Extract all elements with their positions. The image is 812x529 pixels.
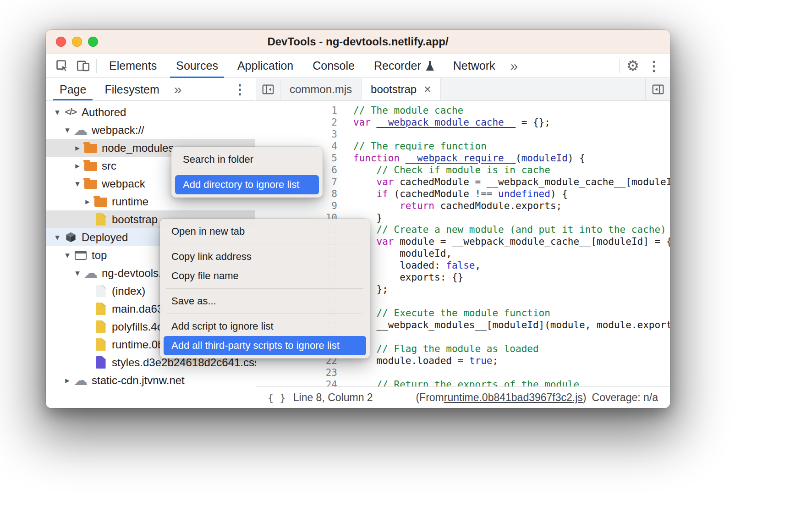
tab-console[interactable]: Console	[303, 54, 364, 78]
hide-navigator-button[interactable]	[256, 78, 280, 100]
sourcemap-info: (From runtime.0b841bad3967f3c2.js) Cover…	[416, 391, 658, 404]
chevron-down-icon[interactable]: ▾	[51, 232, 63, 242]
line-number: 9	[256, 200, 337, 212]
sidebar-tab-page[interactable]: Page	[50, 78, 95, 100]
code-content[interactable]: // The module cachevar __webpack_module_…	[337, 101, 670, 386]
line-number: 2	[256, 116, 337, 128]
tree-item-static-cdn-jtvnw-net[interactable]: ▸☁static-cdn.jtvnw.net	[46, 371, 255, 389]
menu-separator	[166, 244, 363, 244]
chevron-right-icon[interactable]: ▸	[82, 196, 93, 207]
code-slash-icon: </>	[63, 107, 78, 117]
code-line: exports: {}	[353, 271, 670, 283]
inspect-element-icon[interactable]	[51, 55, 72, 77]
chevron-down-icon[interactable]: ▾	[51, 107, 63, 117]
chevron-right-icon[interactable]: ▸	[61, 375, 73, 386]
tab-label: Network	[453, 59, 495, 72]
minimize-window-button[interactable]	[72, 37, 82, 47]
navigator-tab-list: PageFilesystem	[50, 78, 169, 100]
tab-network[interactable]: Network	[444, 54, 505, 78]
device-toolbar-icon[interactable]	[72, 55, 93, 77]
tree-item-label: webpack	[102, 177, 145, 190]
tab-label: Application	[237, 59, 293, 72]
tree-item-label: static-cdn.jtvnw.net	[92, 374, 185, 387]
tree-item-authored[interactable]: ▾</>Authored	[46, 103, 255, 121]
cloud-icon: ☁	[73, 373, 88, 387]
sourcemap-from-prefix: (From	[416, 391, 444, 404]
folder-icon	[83, 180, 98, 189]
menu-item-copy-file-name[interactable]: Copy file name	[164, 266, 366, 286]
code-line: // Flag the module as loaded	[353, 343, 670, 355]
top-frame-icon	[73, 251, 88, 260]
tree-item-label: main.da63	[112, 303, 163, 315]
menu-item-copy-link-address[interactable]: Copy link address	[164, 247, 366, 266]
editor-tab-bootstrap[interactable]: bootstrap×	[362, 78, 441, 100]
chevron-down-icon[interactable]: ▾	[71, 178, 83, 189]
tab-application[interactable]: Application	[228, 54, 303, 78]
chevron-right-icon[interactable]: ▸	[71, 160, 83, 171]
navigator-menu-icon[interactable]: ⋮	[233, 78, 247, 100]
tab-label: Recorder	[374, 59, 421, 72]
more-panels-button[interactable]: »	[505, 59, 524, 73]
zoom-window-button[interactable]	[88, 37, 98, 47]
code-line: loaded: false,	[353, 259, 670, 271]
script-file-icon	[93, 213, 108, 226]
editor-tab-common-mjs[interactable]: common.mjs	[280, 78, 362, 100]
code-line: function __webpack_require__(moduleId) {	[353, 152, 670, 164]
settings-gear-icon[interactable]: ⚙	[622, 55, 643, 77]
line-number: 3	[256, 128, 337, 140]
toolbar-divider	[96, 59, 97, 73]
chevron-down-icon[interactable]: ▾	[61, 250, 73, 260]
menu-item-search-in-folder[interactable]: Search in folder	[175, 150, 319, 169]
sidebar-tab-label: Page	[60, 83, 86, 96]
script-file-icon	[93, 338, 108, 351]
tree-item-label: runtime.0b	[112, 338, 164, 351]
menu-item-open-in-new-tab[interactable]: Open in new tab	[164, 222, 366, 241]
status-bar: { } Line 8, Column 2 (From runtime.0b841…	[256, 386, 670, 408]
tree-item-webpack[interactable]: ▾☁webpack://	[46, 121, 255, 139]
close-tab-icon[interactable]: ×	[424, 83, 431, 96]
chevron-down-icon[interactable]: ▾	[61, 125, 73, 135]
sidebar-tab-filesystem[interactable]: Filesystem	[95, 78, 168, 100]
sidebar-tab-label: Filesystem	[104, 83, 159, 96]
chevron-right-icon[interactable]: ▸	[71, 143, 83, 153]
tab-sources[interactable]: Sources	[166, 54, 228, 78]
code-line: // Create a new module (and put it into …	[353, 224, 670, 236]
code-line: return cachedModule.exports;	[353, 200, 670, 212]
code-line: var __webpack_module_cache__ = {};	[353, 116, 670, 128]
navigator-more-tabs-button[interactable]: »	[169, 78, 187, 100]
show-debugger-sidebar-button[interactable]	[645, 78, 670, 100]
tab-label: Console	[313, 59, 355, 72]
deployed-package-icon	[63, 231, 78, 243]
code-line: var module = __webpack_module_cache__[mo…	[353, 236, 670, 248]
tree-item-label: polyfills.4c	[112, 320, 163, 333]
code-line: if (cachedModule !== undefined) {	[353, 188, 670, 200]
menu-item-add-script-to-ignore-list[interactable]: Add script to ignore list	[164, 317, 366, 336]
chevron-down-icon[interactable]: ▾	[71, 268, 83, 278]
tree-item-label: Deployed	[82, 231, 128, 244]
cursor-position-label: Line 8, Column 2	[293, 391, 373, 404]
menu-item-save-as[interactable]: Save as...	[164, 292, 366, 311]
tree-item-label: top	[92, 249, 107, 262]
tab-label: Sources	[176, 59, 218, 72]
code-line: // Check if module is in cache	[353, 164, 670, 176]
tab-recorder[interactable]: Recorder	[364, 54, 444, 78]
recorder-new-badge-icon	[426, 61, 434, 71]
cloud-icon: ☁	[73, 123, 88, 137]
customize-devtools-menu-icon[interactable]: ⋮	[643, 55, 664, 77]
code-line	[353, 128, 670, 140]
menu-item-add-all-third-party-scripts-to-ignore-list[interactable]: Add all third-party scripts to ignore li…	[164, 336, 366, 355]
tree-item-label: bootstrap	[112, 213, 158, 226]
tree-item-label: ng-devtools.	[102, 267, 162, 280]
code-line	[353, 367, 670, 379]
tab-elements[interactable]: Elements	[99, 54, 166, 78]
sourcemap-file-link[interactable]: runtime.0b841bad3967f3c2.js	[444, 391, 583, 404]
tree-item-label: (index)	[112, 285, 145, 298]
pretty-print-button[interactable]: { }	[268, 392, 286, 403]
close-window-button[interactable]	[56, 37, 66, 47]
line-number: 23	[256, 367, 337, 379]
document-file-icon	[93, 285, 108, 297]
devtools-window: DevTools - ng-devtools.netlify.app/ Elem…	[46, 30, 670, 408]
main-toolbar: ElementsSourcesApplicationConsoleRecorde…	[46, 54, 670, 78]
menu-item-add-directory-to-ignore-list[interactable]: Add directory to ignore list	[175, 175, 319, 194]
code-line: }	[353, 212, 670, 224]
